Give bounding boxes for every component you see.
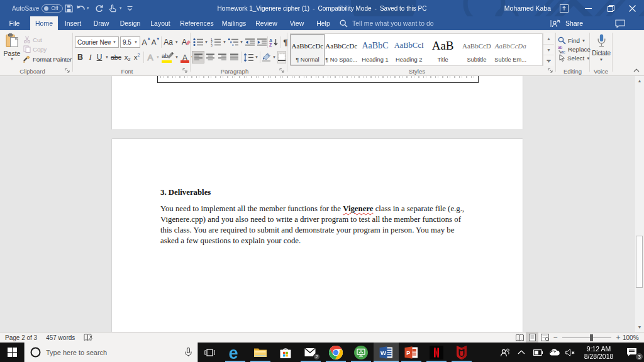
tab-home[interactable]: Home: [30, 16, 58, 30]
line-spacing-button[interactable]: [243, 51, 254, 63]
text-effects-button[interactable]: A: [146, 51, 155, 63]
align-left-button[interactable]: [192, 51, 204, 63]
increase-indent-button[interactable]: [257, 36, 267, 48]
text-highlight-dropdown[interactable]: ▼: [174, 51, 179, 63]
taskbar-app-chrome[interactable]: [323, 343, 348, 362]
minimize-button[interactable]: [577, 0, 599, 16]
styles-gallery-more[interactable]: ▬▼: [543, 55, 554, 66]
multilevel-list-button[interactable]: [228, 36, 239, 48]
document-page-1[interactable]: [112, 76, 523, 129]
zoom-out-button[interactable]: −: [551, 333, 560, 342]
justify-button[interactable]: [228, 51, 240, 63]
taskbar-app-store[interactable]: [273, 343, 298, 362]
collapse-ribbon-button[interactable]: [631, 66, 641, 75]
zoom-slider-handle[interactable]: [590, 334, 593, 341]
clipboard-dialog-launcher[interactable]: [64, 67, 71, 74]
speaker-muted-icon[interactable]: [562, 343, 579, 362]
underline-dropdown[interactable]: ▼: [104, 51, 109, 63]
style-title[interactable]: AaBTitle: [426, 34, 460, 65]
tab-references[interactable]: References: [179, 16, 215, 30]
line-spacing-dropdown[interactable]: ▼: [254, 51, 259, 63]
text-highlight-button[interactable]: ab: [162, 51, 173, 63]
tab-layout[interactable]: Layout: [147, 16, 174, 30]
zoom-in-button[interactable]: +: [614, 333, 623, 342]
style-subtitle[interactable]: AaBbCcDSubtitle: [460, 34, 494, 65]
search-mic-icon[interactable]: [185, 348, 192, 357]
ribbon-display-options-button[interactable]: [553, 0, 575, 16]
zoom-slider[interactable]: [562, 332, 611, 343]
tab-mailings[interactable]: Mailings: [220, 16, 248, 30]
action-center-button[interactable]: 3: [619, 343, 644, 362]
style-heading-2[interactable]: AaBbCcIHeading 2: [392, 34, 426, 65]
style-no-spac[interactable]: AaBbCcDc¶ No Spac...: [325, 34, 358, 65]
zoom-percentage[interactable]: 100%: [623, 334, 644, 341]
superscript-button[interactable]: x2: [133, 51, 141, 63]
show-hide-marks-button[interactable]: ¶: [281, 36, 290, 48]
taskbar-app-word[interactable]: W: [374, 343, 399, 362]
numbering-dropdown[interactable]: ▼: [222, 36, 227, 48]
select-button[interactable]: Select ▼: [558, 54, 590, 62]
read-mode-button[interactable]: [513, 332, 526, 343]
taskbar-app-netflix[interactable]: [424, 343, 449, 362]
restore-button[interactable]: [600, 0, 621, 16]
font-dialog-launcher[interactable]: [182, 67, 189, 74]
print-layout-button[interactable]: [526, 332, 538, 343]
format-painter-button[interactable]: Format Painter: [23, 55, 72, 63]
styles-scroll-down[interactable]: ▼: [543, 45, 554, 56]
tab-draw[interactable]: Draw: [89, 16, 113, 30]
document-canvas[interactable]: 3. Deliverables You need to implement al…: [0, 76, 644, 332]
shrink-font-button[interactable]: A▼: [152, 36, 160, 48]
paste-button[interactable]: Paste ▼: [2, 33, 22, 66]
text-effects-dropdown[interactable]: ▼: [155, 51, 160, 63]
borders-button[interactable]: [277, 51, 286, 63]
taskbar-search-box[interactable]: Type here to search: [24, 343, 198, 362]
change-case-button[interactable]: Aa▼: [164, 36, 179, 48]
shading-dropdown[interactable]: ▼: [272, 51, 277, 63]
document-page-2[interactable]: 3. Deliverables You need to implement al…: [112, 139, 523, 332]
tell-me-search[interactable]: Tell me what you want to do: [340, 16, 434, 30]
cut-button[interactable]: Cut: [23, 36, 42, 43]
people-icon[interactable]: [497, 343, 513, 362]
dictate-button[interactable]: Dictate ▼: [590, 33, 613, 67]
shading-button[interactable]: [261, 51, 272, 63]
start-button[interactable]: [0, 343, 24, 362]
account-user-name[interactable]: Mohamed Kaba: [504, 0, 551, 16]
scroll-up-arrow[interactable]: ▲: [635, 76, 644, 85]
tray-expand-chevron-icon[interactable]: [513, 343, 530, 362]
font-name-combo[interactable]: Courier New ▼: [75, 36, 119, 48]
style-subtle-em[interactable]: AaBbCcDaSubtle Em...: [494, 34, 528, 65]
find-button[interactable]: Find ▼: [558, 36, 586, 45]
tab-help[interactable]: Help: [312, 16, 335, 30]
italic-button[interactable]: I: [87, 51, 94, 63]
tab-review[interactable]: Review: [253, 16, 280, 30]
comments-icon[interactable]: [615, 19, 625, 28]
grow-font-button[interactable]: A▲: [142, 36, 150, 48]
underline-button[interactable]: U: [96, 51, 103, 63]
taskbar-app-file-explorer[interactable]: [248, 343, 273, 362]
subscript-button[interactable]: x2: [123, 51, 131, 63]
taskbar-app-mcafee[interactable]: [449, 343, 474, 362]
font-color-button[interactable]: A: [180, 51, 189, 63]
task-view-button[interactable]: [198, 343, 221, 362]
bullets-button[interactable]: [192, 36, 204, 48]
align-right-button[interactable]: [216, 51, 228, 63]
share-button[interactable]: Share: [565, 19, 583, 27]
bold-button[interactable]: B: [76, 51, 84, 63]
close-button[interactable]: [621, 0, 643, 16]
strikethrough-button[interactable]: abc: [111, 51, 121, 63]
bullets-dropdown[interactable]: ▼: [204, 36, 209, 48]
replace-button[interactable]: ab ac Replace: [558, 45, 591, 53]
scroll-down-arrow[interactable]: ▼: [635, 322, 644, 332]
battery-icon[interactable]: [530, 343, 546, 362]
web-layout-button[interactable]: [538, 332, 551, 343]
vertical-scrollbar[interactable]: ▲ ▼: [634, 76, 644, 332]
taskbar-app-screen-share[interactable]: [348, 343, 374, 362]
word-count[interactable]: 457 words: [46, 334, 75, 341]
font-size-combo[interactable]: 9.5 ▼: [120, 36, 140, 48]
align-center-button[interactable]: [204, 51, 216, 63]
copy-button[interactable]: Copy: [23, 45, 47, 53]
scrollbar-thumb[interactable]: [636, 236, 643, 288]
onedrive-icon[interactable]: [546, 343, 562, 362]
tab-file[interactable]: File: [4, 16, 25, 30]
paragraph-dialog-launcher[interactable]: [279, 67, 286, 74]
